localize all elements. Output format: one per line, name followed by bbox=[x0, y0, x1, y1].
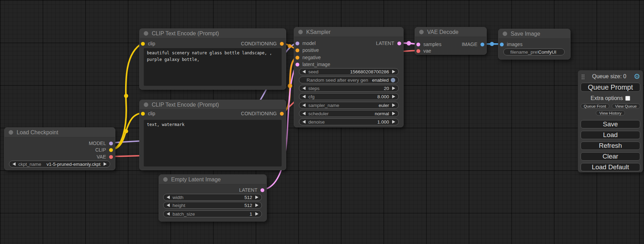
input-slot-vae[interactable]: vae bbox=[416, 48, 431, 54]
output-slot-latent[interactable]: LATENT bbox=[239, 187, 264, 193]
conditioning-port-icon[interactable] bbox=[280, 112, 284, 116]
queue-front-button[interactable]: Queue Front bbox=[581, 103, 609, 109]
node-title-bar[interactable]: KSampler bbox=[294, 27, 403, 37]
clip-port-icon[interactable] bbox=[109, 148, 113, 152]
collapse-dot-icon[interactable] bbox=[298, 30, 303, 34]
prev-value-icon[interactable] bbox=[12, 162, 16, 166]
save-button[interactable]: Save bbox=[581, 120, 640, 128]
output-slot-clip[interactable]: CLIP bbox=[95, 147, 113, 153]
image-port-icon[interactable] bbox=[500, 43, 504, 46]
latent-port-icon[interactable] bbox=[295, 63, 299, 66]
clip-port-icon[interactable] bbox=[141, 42, 145, 46]
view-history-button[interactable]: View History bbox=[596, 110, 625, 116]
node-load-checkpoint[interactable]: Load Checkpoint MODEL CLIP VAE ckpt_name… bbox=[4, 127, 115, 170]
next-value-icon[interactable] bbox=[392, 95, 395, 98]
output-slot-latent[interactable]: LATENT bbox=[376, 40, 401, 46]
next-value-icon[interactable] bbox=[392, 112, 395, 115]
input-slot-images[interactable]: images bbox=[500, 41, 522, 47]
prev-value-icon[interactable] bbox=[302, 95, 306, 98]
random-seed-toggle-widget[interactable]: Random seed after every gen enabled bbox=[299, 76, 399, 83]
prev-value-icon[interactable] bbox=[302, 70, 306, 73]
output-slot-conditioning[interactable]: CONDITIONING bbox=[241, 40, 284, 47]
toggle-indicator-icon[interactable] bbox=[391, 78, 395, 82]
next-value-icon[interactable] bbox=[255, 204, 258, 207]
input-slot-clip[interactable]: clip bbox=[141, 110, 155, 117]
height-widget[interactable]: height 512 bbox=[163, 202, 262, 209]
output-slot-vae[interactable]: VAE bbox=[97, 154, 113, 160]
node-empty-latent-image[interactable]: Empty Latent Image LATENT width 512 heig… bbox=[159, 174, 267, 222]
load-button[interactable]: Load bbox=[581, 131, 640, 139]
steps-widget[interactable]: steps 20 bbox=[299, 85, 399, 92]
input-slot-clip[interactable]: clip bbox=[141, 40, 155, 47]
collapse-dot-icon[interactable] bbox=[163, 177, 168, 182]
node-ksampler[interactable]: KSampler model LATENT positive negative … bbox=[294, 27, 404, 127]
next-value-icon[interactable] bbox=[392, 120, 395, 124]
gear-icon[interactable]: ⚙ bbox=[634, 73, 640, 80]
input-slot-positive[interactable]: positive bbox=[295, 47, 319, 53]
prompt-textarea[interactable]: text, watermark bbox=[144, 120, 282, 166]
clip-port-icon[interactable] bbox=[141, 112, 145, 116]
vae-port-icon[interactable] bbox=[109, 155, 113, 159]
prev-value-icon[interactable] bbox=[302, 120, 306, 124]
width-widget[interactable]: width 512 bbox=[163, 194, 262, 201]
node-title-bar[interactable]: Load Checkpoint bbox=[5, 128, 115, 137]
conditioning-port-icon[interactable] bbox=[280, 42, 284, 46]
output-slot-image[interactable]: IMAGE bbox=[462, 41, 484, 47]
denoise-widget[interactable]: denoise 1.000 bbox=[299, 118, 399, 125]
collapse-dot-icon[interactable] bbox=[503, 31, 507, 36]
extra-options-checkbox[interactable] bbox=[625, 96, 630, 101]
node-graph-canvas[interactable]: Load Checkpoint MODEL CLIP VAE ckpt_name… bbox=[0, 0, 644, 244]
next-value-icon[interactable] bbox=[392, 70, 395, 73]
prompt-textarea[interactable]: beautiful scenery nature glass bottle la… bbox=[144, 48, 282, 86]
node-vae-decode[interactable]: VAE Decode samples IMAGE vae bbox=[415, 27, 487, 55]
cfg-widget[interactable]: cfg 8.000 bbox=[299, 93, 399, 100]
load-default-button[interactable]: Load Default bbox=[581, 163, 640, 171]
conditioning-port-icon[interactable] bbox=[295, 48, 299, 52]
node-clip-text-encode-negative[interactable]: CLIP Text Encode (Prompt) clip CONDITION… bbox=[139, 100, 286, 170]
node-title-bar[interactable]: Save Image bbox=[499, 29, 570, 39]
image-port-icon[interactable] bbox=[480, 43, 484, 46]
prev-value-icon[interactable] bbox=[167, 204, 170, 207]
output-slot-conditioning[interactable]: CONDITIONING bbox=[241, 110, 284, 117]
prev-value-icon[interactable] bbox=[167, 196, 170, 199]
seed-widget[interactable]: seed 156680208700286 bbox=[299, 68, 399, 75]
model-port-icon[interactable] bbox=[109, 142, 113, 145]
collapse-dot-icon[interactable] bbox=[9, 130, 13, 135]
prev-value-icon[interactable] bbox=[302, 103, 306, 107]
output-slot-model[interactable]: MODEL bbox=[89, 140, 113, 146]
input-slot-model[interactable]: model bbox=[295, 40, 316, 46]
drag-handle-icon[interactable] bbox=[581, 74, 585, 79]
next-value-icon[interactable] bbox=[104, 162, 107, 166]
next-value-icon[interactable] bbox=[255, 212, 258, 216]
scheduler-widget[interactable]: scheduler normal bbox=[299, 110, 399, 117]
batch-size-widget[interactable]: batch_size 1 bbox=[163, 210, 262, 217]
collapse-dot-icon[interactable] bbox=[144, 102, 148, 107]
next-value-icon[interactable] bbox=[392, 87, 395, 90]
sampler-name-widget[interactable]: sampler_name euler bbox=[299, 102, 399, 109]
prev-value-icon[interactable] bbox=[302, 87, 306, 90]
view-queue-button[interactable]: View Queue bbox=[612, 103, 641, 109]
queue-prompt-button[interactable]: Queue Prompt bbox=[581, 83, 640, 92]
node-title-bar[interactable]: Empty Latent Image bbox=[159, 175, 266, 184]
input-slot-samples[interactable]: samples bbox=[416, 41, 441, 47]
latent-port-icon[interactable] bbox=[261, 188, 264, 192]
next-value-icon[interactable] bbox=[255, 196, 258, 199]
input-slot-latent-image[interactable]: latent_image bbox=[295, 61, 330, 67]
filename-prefix-widget[interactable]: filename_prefix ComfyUI bbox=[503, 48, 565, 55]
node-clip-text-encode-positive[interactable]: CLIP Text Encode (Prompt) clip CONDITION… bbox=[139, 28, 286, 90]
clear-button[interactable]: Clear bbox=[581, 152, 640, 161]
node-title-bar[interactable]: CLIP Text Encode (Prompt) bbox=[140, 29, 286, 38]
ckpt-name-widget[interactable]: ckpt_name v1-5-pruned-emaonly.ckpt bbox=[9, 161, 110, 168]
model-port-icon[interactable] bbox=[295, 42, 299, 45]
conditioning-port-icon[interactable] bbox=[295, 56, 299, 60]
vae-port-icon[interactable] bbox=[416, 49, 420, 53]
collapse-dot-icon[interactable] bbox=[144, 31, 148, 36]
node-title-bar[interactable]: VAE Decode bbox=[415, 27, 486, 37]
node-save-image[interactable]: Save Image images filename_prefix ComfyU… bbox=[498, 29, 571, 60]
latent-port-icon[interactable] bbox=[416, 43, 420, 46]
input-slot-negative[interactable]: negative bbox=[295, 54, 321, 61]
next-value-icon[interactable] bbox=[392, 103, 395, 107]
collapse-dot-icon[interactable] bbox=[419, 30, 424, 34]
prev-value-icon[interactable] bbox=[167, 212, 170, 216]
prev-value-icon[interactable] bbox=[302, 112, 306, 115]
